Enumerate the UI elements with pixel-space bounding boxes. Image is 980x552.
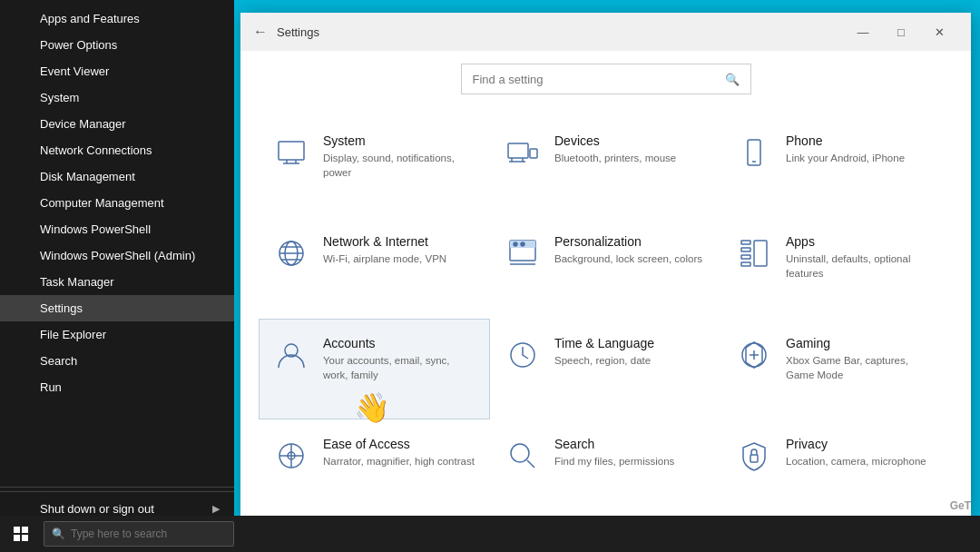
settings-window: ← Settings — □ ✕ 🔍 System Display, sound… (240, 13, 971, 521)
tile-title-system: System (323, 133, 476, 148)
settings-tile-time-language[interactable]: Time & Language Speech, region, date (490, 319, 721, 419)
menu-label-system: System (40, 91, 79, 104)
tile-text-devices: Devices Bluetooth, printers, mouse (554, 133, 676, 165)
menu-item-windows-powershell[interactable]: Windows PowerShell (0, 216, 234, 242)
svg-point-20 (521, 242, 524, 246)
svg-rect-5 (530, 149, 537, 158)
tile-icon-accounts (272, 336, 310, 374)
menu-item-event-viewer[interactable]: Event Viewer (0, 58, 234, 84)
svg-rect-23 (741, 255, 750, 259)
tile-icon-ease-of-access (272, 437, 310, 475)
back-button[interactable]: ← (253, 24, 268, 40)
tile-text-privacy: Privacy Location, camera, microphone (786, 437, 926, 468)
settings-tile-network[interactable]: Network & Internet Wi-Fi, airplane mode,… (259, 217, 490, 318)
tile-desc-network: Wi-Fi, airplane mode, VPN (323, 251, 446, 266)
tile-desc-apps: Uninstall, defaults, optional features (786, 251, 939, 281)
menu-item-search[interactable]: Search (0, 348, 234, 374)
svg-point-33 (511, 444, 529, 462)
start-button[interactable] (0, 516, 42, 552)
menu-item-power-options[interactable]: Power Options (0, 32, 234, 58)
tile-icon-apps (735, 234, 773, 272)
settings-tile-system[interactable]: System Display, sound, notifications, po… (259, 116, 490, 217)
settings-tile-phone[interactable]: Phone Link your Android, iPhone (721, 116, 953, 217)
svg-rect-36 (14, 527, 20, 533)
menu-item-windows-powershell-admin[interactable]: Windows PowerShell (Admin) (0, 242, 234, 269)
menu-item-file-explorer[interactable]: File Explorer (0, 321, 234, 348)
tile-text-gaming: Gaming Xbox Game Bar, captures, Game Mod… (786, 336, 939, 382)
tile-title-search-tile: Search (554, 437, 674, 451)
tile-title-personalization: Personalization (554, 234, 702, 249)
maximize-button[interactable]: □ (882, 13, 920, 51)
window-controls: — □ ✕ (844, 13, 958, 51)
tile-desc-phone: Link your Android, iPhone (786, 151, 905, 165)
menu-label-windows-powershell: Windows PowerShell (40, 222, 151, 236)
menu-item-apps-features[interactable]: Apps and Features (0, 5, 234, 32)
menu-item-network-connections[interactable]: Network Connections (0, 137, 234, 163)
tile-icon-gaming (735, 336, 773, 374)
settings-tile-search-tile[interactable]: Search Find my files, permissions (490, 419, 721, 512)
tile-title-accounts: Accounts (323, 336, 476, 350)
menu-item-computer-management[interactable]: Computer Management (0, 190, 234, 216)
settings-tile-devices[interactable]: Devices Bluetooth, printers, mouse (490, 116, 721, 217)
tile-desc-gaming: Xbox Game Bar, captures, Game Mode (786, 353, 939, 382)
tile-title-time-language: Time & Language (554, 336, 654, 350)
settings-search-wrapper[interactable]: 🔍 (461, 64, 751, 94)
tile-text-search-tile: Search Find my files, permissions (554, 437, 674, 468)
menu-label-settings: Settings (40, 301, 83, 315)
tile-text-time-language: Time & Language Speech, region, date (554, 336, 654, 368)
menu-item-device-manager[interactable]: Device Manager (0, 111, 234, 137)
tile-title-apps: Apps (786, 234, 939, 249)
minimize-button[interactable]: — (844, 13, 882, 51)
settings-tile-personalization[interactable]: Personalization Background, lock screen,… (490, 217, 721, 318)
menu-label-apps-features: Apps and Features (40, 12, 140, 25)
tile-text-ease-of-access: Ease of Access Narrator, magnifier, high… (323, 437, 475, 468)
svg-rect-39 (22, 535, 28, 541)
settings-tile-apps[interactable]: Apps Uninstall, defaults, optional featu… (721, 217, 953, 318)
svg-rect-25 (754, 241, 767, 266)
watermark: GeT (950, 499, 971, 512)
taskbar-search-input[interactable] (71, 527, 226, 540)
tile-icon-network (272, 234, 310, 272)
menu-item-run[interactable]: Run (0, 374, 234, 400)
tile-desc-personalization: Background, lock screen, colors (554, 251, 702, 266)
tile-text-personalization: Personalization Background, lock screen,… (554, 234, 702, 266)
tile-title-phone: Phone (786, 133, 905, 148)
svg-rect-24 (741, 262, 750, 266)
tile-desc-search-tile: Find my files, permissions (554, 454, 674, 468)
menu-label-search: Search (40, 354, 77, 368)
tile-title-ease-of-access: Ease of Access (323, 437, 475, 451)
svg-rect-38 (14, 535, 20, 541)
menu-item-disk-management[interactable]: Disk Management (0, 163, 234, 190)
tile-desc-time-language: Speech, region, date (554, 353, 654, 368)
taskbar-search[interactable]: 🔍 (44, 521, 234, 547)
menu-label-file-explorer: File Explorer (40, 328, 106, 341)
menu-item-system[interactable]: System (0, 84, 234, 111)
settings-search-bar: 🔍 (240, 51, 971, 107)
settings-tile-accounts[interactable]: Accounts Your accounts, email, sync, wor… (259, 319, 490, 419)
start-menu: Apps and FeaturesPower OptionsEvent View… (0, 0, 234, 552)
menu-item-task-manager[interactable]: Task Manager (0, 269, 234, 295)
menu-label-windows-powershell-admin: Windows PowerShell (Admin) (40, 249, 195, 262)
svg-rect-22 (741, 248, 750, 251)
settings-tile-ease-of-access[interactable]: Ease of Access Narrator, magnifier, high… (259, 419, 490, 512)
settings-tile-privacy[interactable]: Privacy Location, camera, microphone (721, 419, 953, 512)
tile-icon-search-tile (504, 437, 542, 475)
settings-grid: System Display, sound, notifications, po… (240, 107, 971, 521)
menu-label-disk-management: Disk Management (40, 170, 135, 183)
svg-rect-35 (750, 455, 758, 462)
settings-tile-gaming[interactable]: Gaming Xbox Game Bar, captures, Game Mod… (721, 319, 953, 419)
svg-rect-21 (741, 241, 750, 244)
tile-text-phone: Phone Link your Android, iPhone (786, 133, 905, 165)
menu-label-power-options: Power Options (40, 38, 117, 52)
menu-label-shutdown: Shut down or sign out (40, 502, 154, 516)
close-button[interactable]: ✕ (920, 13, 958, 51)
tile-text-accounts: Accounts Your accounts, email, sync, wor… (323, 336, 476, 382)
tile-desc-system: Display, sound, notifications, power (323, 151, 476, 180)
tile-icon-devices (504, 133, 542, 172)
settings-search-input[interactable] (473, 73, 720, 86)
tile-icon-personalization (504, 234, 542, 272)
menu-item-settings[interactable]: Settings (0, 295, 234, 321)
svg-rect-4 (508, 143, 528, 158)
tile-text-system: System Display, sound, notifications, po… (323, 133, 476, 180)
tile-title-network: Network & Internet (323, 234, 446, 249)
